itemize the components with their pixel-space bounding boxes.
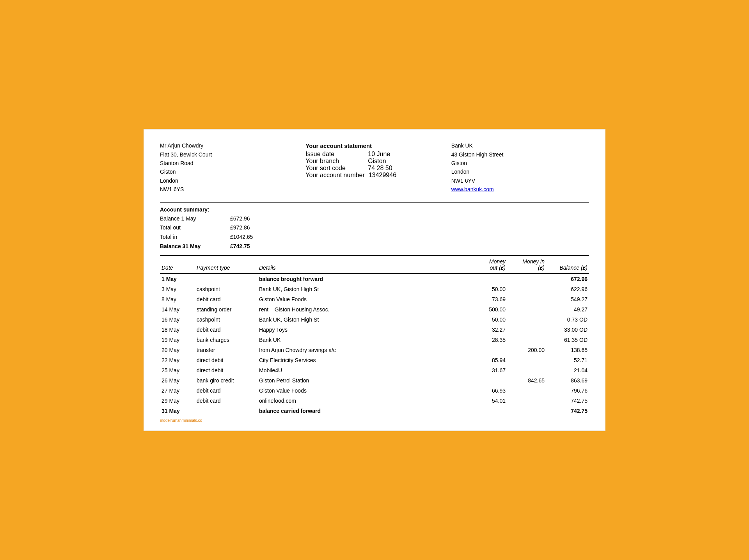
address-line2: Stanton Road: [160, 159, 298, 167]
col-header-type: Payment type: [195, 256, 257, 274]
balance-1-may-value: £672.96: [230, 214, 250, 224]
cell-out: [468, 406, 507, 416]
issue-date-label: Issue date: [305, 151, 364, 158]
cell-balance: 61.35 OD: [546, 335, 589, 345]
cell-date: 14 May: [160, 304, 195, 315]
watermark: modelrumahminimals.co: [160, 418, 589, 423]
cell-out: 31.67: [468, 365, 507, 375]
cell-details: Mobile4U: [257, 365, 468, 375]
table-row: 16 MaycashpointBank UK, Giston High St50…: [160, 315, 589, 325]
cell-date: 8 May: [160, 294, 195, 304]
table-row: 27 Maydebit cardGiston Value Foods66.937…: [160, 386, 589, 396]
outer-border: Mr Arjun Chowdry Flat 30, Bewick Court S…: [140, 126, 609, 434]
branch-row: Your branch Giston: [305, 158, 443, 165]
cell-date: 3 May: [160, 284, 195, 294]
statement-info: Your account statement Issue date 10 Jun…: [305, 141, 443, 194]
cell-date: 25 May: [160, 365, 195, 375]
balance-31-may-row: Balance 31 May £742.75: [160, 242, 589, 251]
cell-out: 500.00: [468, 304, 507, 315]
cell-type: bank charges: [195, 335, 257, 345]
bank-line1: 43 Giston High Street: [451, 150, 589, 159]
cell-type: debit card: [195, 294, 257, 304]
col-header-out: Moneyout (£): [468, 256, 507, 274]
table-row: 14 Maystanding orderrent – Giston Housin…: [160, 304, 589, 315]
customer-name: Mr Arjun Chowdry: [160, 141, 298, 150]
cell-date: 29 May: [160, 396, 195, 406]
table-row: 26 Maybank giro creditGiston Petrol Stat…: [160, 375, 589, 386]
account-number-label: Your account number: [305, 172, 365, 179]
bank-line2: Giston: [451, 159, 589, 167]
bank-name: Bank UK: [451, 141, 589, 150]
cell-type: transfer: [195, 345, 257, 355]
balance-1-may-label: Balance 1 May: [160, 214, 230, 224]
bank-statement-card: Mr Arjun Chowdry Flat 30, Bewick Court S…: [144, 129, 605, 431]
cell-type: debit card: [195, 386, 257, 396]
cell-type: standing order: [195, 304, 257, 315]
cell-in: [507, 396, 546, 406]
cell-out: 54.01: [468, 396, 507, 406]
cell-out: 50.00: [468, 315, 507, 325]
address-line4: London: [160, 176, 298, 185]
cell-date: 18 May: [160, 325, 195, 335]
cell-out: 28.35: [468, 335, 507, 345]
cell-in: [507, 325, 546, 335]
cell-in: [507, 274, 546, 284]
col-header-details: Details: [257, 256, 468, 274]
bank-line3: London: [451, 167, 589, 176]
branch-value: Giston: [368, 158, 386, 165]
total-out-value: £972.86: [230, 223, 250, 233]
bank-website-link[interactable]: www.bankuk.com: [451, 186, 494, 192]
cell-type: [195, 274, 257, 284]
cell-out: 66.93: [468, 386, 507, 396]
table-row: 1 Maybalance brought forward672.96: [160, 274, 589, 284]
account-number-value: 13429946: [369, 172, 396, 179]
col-header-balance: Balance (£): [546, 256, 589, 274]
cell-type: debit card: [195, 396, 257, 406]
table-row: 22 Maydirect debitCity Electricity Servi…: [160, 355, 589, 365]
col-header-date: Date: [160, 256, 195, 274]
cell-balance: 0.73 OD: [546, 315, 589, 325]
cell-balance: 863.69: [546, 375, 589, 386]
cell-balance: 138.65: [546, 345, 589, 355]
account-number-row: Your account number 13429946: [305, 172, 443, 179]
cell-out: [468, 345, 507, 355]
cell-balance: 52.71: [546, 355, 589, 365]
account-summary: Account summary: Balance 1 May £672.96 T…: [160, 206, 589, 251]
address-line1: Flat 30, Bewick Court: [160, 150, 298, 159]
cell-details: Giston Petrol Station: [257, 375, 468, 386]
bank-line4: NW1 6YV: [451, 176, 589, 185]
cell-in: [507, 386, 546, 396]
customer-address: Mr Arjun Chowdry Flat 30, Bewick Court S…: [160, 141, 298, 194]
table-row: 18 Maydebit cardHappy Toys32.2733.00 OD: [160, 325, 589, 335]
cell-out: 32.27: [468, 325, 507, 335]
balance-31-may-label: Balance 31 May: [160, 242, 230, 251]
cell-in: [507, 304, 546, 315]
cell-details: Bank UK: [257, 335, 468, 345]
cell-balance: 742.75: [546, 406, 589, 416]
cell-type: [195, 406, 257, 416]
cell-details: balance carried forward: [257, 406, 468, 416]
address-line5: NW1 6YS: [160, 185, 298, 194]
cell-date: 16 May: [160, 315, 195, 325]
cell-out: 85.94: [468, 355, 507, 365]
balance-1-may-row: Balance 1 May £672.96: [160, 214, 589, 224]
issue-date-row: Issue date 10 June: [305, 151, 443, 158]
cell-details: Giston Value Foods: [257, 386, 468, 396]
cell-out: [468, 274, 507, 284]
bank-address: Bank UK 43 Giston High Street Giston Lon…: [451, 141, 589, 194]
table-row: 3 MaycashpointBank UK, Giston High St50.…: [160, 284, 589, 294]
cell-details: balance brought forward: [257, 274, 468, 284]
cell-in: [507, 355, 546, 365]
cell-balance: 49.27: [546, 304, 589, 315]
cell-details: from Arjun Chowdry savings a/c: [257, 345, 468, 355]
balance-31-may-value: £742.75: [230, 242, 250, 251]
cell-balance: 796.76: [546, 386, 589, 396]
summary-title: Account summary:: [160, 206, 589, 213]
cell-in: [507, 294, 546, 304]
cell-details: Bank UK, Giston High St: [257, 315, 468, 325]
cell-type: cashpoint: [195, 315, 257, 325]
cell-details: onlinefood.com: [257, 396, 468, 406]
cell-type: direct debit: [195, 365, 257, 375]
statement-title: Your account statement: [305, 141, 443, 151]
cell-date: 19 May: [160, 335, 195, 345]
